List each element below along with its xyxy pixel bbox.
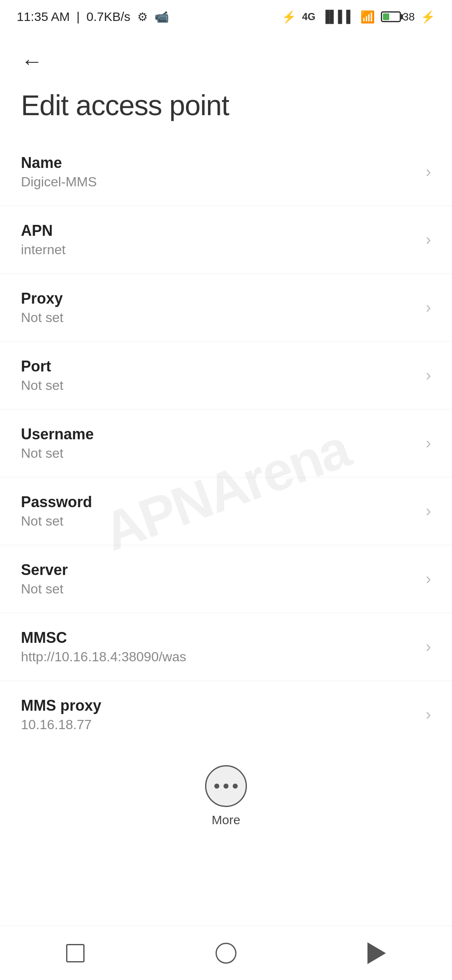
status-left: 11:35 AM | 0.7KB/s ⚙ 📹 (17, 10, 169, 24)
setting-password-value: Not set (21, 513, 417, 529)
recents-icon (66, 944, 85, 962)
setting-mms-proxy-value: 10.16.18.77 (21, 717, 417, 732)
setting-mms-proxy-label: MMS proxy (21, 697, 417, 714)
setting-mmsc-label: MMSC (21, 629, 417, 647)
status-bar: 11:35 AM | 0.7KB/s ⚙ 📹 ⚡ 4G ▐▌▌▌ 📶 38 ⚡ (0, 0, 452, 34)
page-title: Edit access point (0, 80, 452, 138)
charging-icon: ⚡ (421, 10, 435, 24)
setting-name[interactable]: Name Digicel-MMS › (0, 138, 452, 206)
wifi-icon: 📶 (360, 10, 375, 24)
setting-password[interactable]: Password Not set › (0, 477, 452, 545)
separator: | (77, 10, 80, 24)
setting-username-label: Username (21, 426, 417, 443)
setting-username-chevron: › (426, 434, 431, 452)
setting-port-chevron: › (426, 366, 431, 384)
setting-proxy-chevron: › (426, 299, 431, 317)
navigation-bar (0, 926, 452, 980)
dot-2 (223, 784, 229, 789)
setting-port[interactable]: Port Not set › (0, 342, 452, 410)
setting-apn[interactable]: APN internet › (0, 206, 452, 274)
back-icon (367, 942, 386, 964)
setting-password-label: Password (21, 493, 417, 511)
speed-display: 0.7KB/s (87, 10, 131, 24)
setting-server[interactable]: Server Not set › (0, 545, 452, 613)
back-button[interactable]: ← (21, 50, 43, 72)
setting-mms-proxy-content: MMS proxy 10.16.18.77 (21, 697, 417, 732)
setting-name-content: Name Digicel-MMS (21, 154, 417, 190)
setting-mms-proxy[interactable]: MMS proxy 10.16.18.77 › (0, 681, 452, 748)
nav-back-button[interactable] (360, 936, 393, 970)
battery-fill (383, 13, 389, 20)
setting-name-label: Name (21, 154, 417, 172)
signal-4g-icon: 4G (302, 11, 316, 23)
setting-proxy-content: Proxy Not set (21, 290, 417, 325)
camera-icon: 📹 (154, 10, 169, 24)
setting-name-value: Digicel-MMS (21, 174, 417, 190)
setting-password-content: Password Not set (21, 493, 417, 529)
setting-name-chevron: › (426, 163, 431, 181)
setting-proxy-label: Proxy (21, 290, 417, 307)
setting-username[interactable]: Username Not set › (0, 410, 452, 477)
setting-mmsc[interactable]: MMSC http://10.16.18.4:38090/was › (0, 613, 452, 681)
setting-mms-proxy-chevron: › (426, 706, 431, 724)
time-display: 11:35 AM (17, 10, 70, 24)
setting-mmsc-chevron: › (426, 638, 431, 656)
setting-proxy[interactable]: Proxy Not set › (0, 274, 452, 342)
dot-1 (214, 784, 219, 789)
setting-password-chevron: › (426, 502, 431, 520)
signal-bars-icon: ▐▌▌▌ (321, 10, 354, 23)
setting-apn-content: APN internet (21, 222, 417, 258)
more-label: More (212, 813, 240, 827)
more-button[interactable] (205, 765, 247, 807)
nav-recents-button[interactable] (59, 936, 92, 970)
battery-percent: 38 (403, 10, 415, 23)
setting-mmsc-value: http://10.16.18.4:38090/was (21, 649, 417, 665)
setting-port-value: Not set (21, 378, 417, 393)
home-icon (216, 943, 236, 964)
settings-icon: ⚙ (137, 10, 148, 24)
settings-list: Name Digicel-MMS › APN internet › Proxy … (0, 138, 452, 748)
setting-username-content: Username Not set (21, 426, 417, 461)
setting-server-value: Not set (21, 581, 417, 597)
setting-port-label: Port (21, 358, 417, 375)
battery-indicator: 38 (381, 10, 415, 23)
setting-apn-label: APN (21, 222, 417, 240)
dot-3 (233, 784, 238, 789)
setting-apn-chevron: › (426, 231, 431, 249)
setting-server-chevron: › (426, 570, 431, 588)
back-arrow-icon: ← (21, 50, 43, 72)
setting-proxy-value: Not set (21, 310, 417, 325)
back-row: ← (0, 34, 452, 80)
more-section: More (0, 748, 452, 848)
status-right: ⚡ 4G ▐▌▌▌ 📶 38 ⚡ (282, 10, 435, 24)
battery-icon (381, 11, 401, 22)
setting-port-content: Port Not set (21, 358, 417, 393)
more-dots-icon (214, 784, 238, 789)
nav-home-button[interactable] (209, 936, 243, 970)
setting-username-value: Not set (21, 446, 417, 461)
setting-server-content: Server Not set (21, 561, 417, 597)
setting-server-label: Server (21, 561, 417, 579)
setting-apn-value: internet (21, 242, 417, 258)
setting-mmsc-content: MMSC http://10.16.18.4:38090/was (21, 629, 417, 665)
bluetooth-icon: ⚡ (282, 10, 296, 24)
